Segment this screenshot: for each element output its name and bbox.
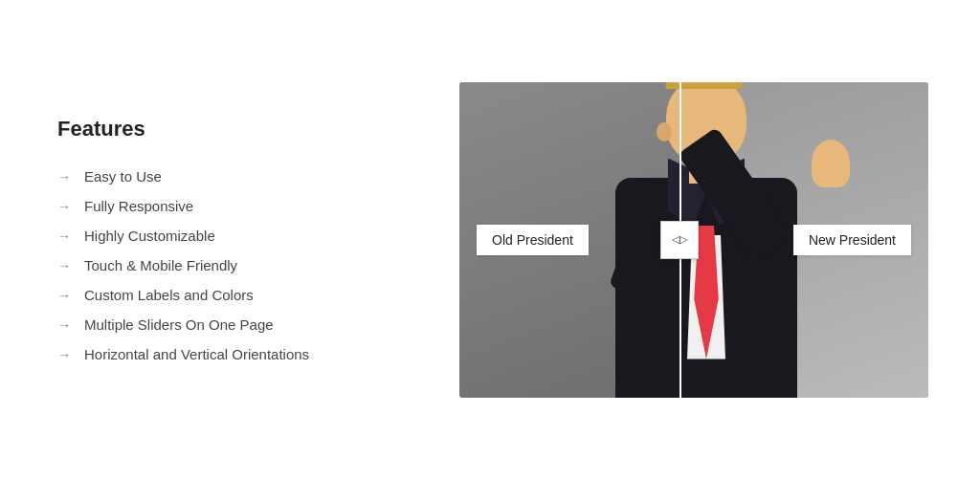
arrow-icon: → bbox=[57, 317, 71, 333]
old-president-text: Old President bbox=[492, 232, 573, 248]
feature-label: Multiple Sliders On One Page bbox=[84, 316, 274, 333]
list-item: → Touch & Mobile Friendly bbox=[57, 257, 402, 273]
features-panel: Features → Easy to Use → Fully Responsiv… bbox=[57, 98, 402, 381]
features-title: Features bbox=[57, 117, 402, 142]
label-new: New President bbox=[793, 225, 911, 255]
list-item: → Custom Labels and Colors bbox=[57, 287, 402, 303]
arrow-icon: → bbox=[57, 347, 71, 362]
list-item: → Easy to Use bbox=[57, 168, 402, 185]
arrow-icon: → bbox=[57, 229, 71, 244]
new-president-text: New President bbox=[809, 232, 896, 248]
before-after-slider[interactable]: ◁▷ Old President New President bbox=[459, 82, 928, 398]
feature-label: Easy to Use bbox=[84, 168, 162, 185]
feature-label: Horizontal and Vertical Orientations bbox=[84, 346, 309, 362]
list-item: → Horizontal and Vertical Orientations bbox=[57, 346, 402, 362]
handle-arrows-icon: ◁▷ bbox=[672, 233, 687, 246]
arrow-icon: → bbox=[57, 288, 71, 303]
slider-handle[interactable]: ◁▷ bbox=[660, 221, 699, 259]
feature-label: Highly Customizable bbox=[84, 228, 215, 244]
right-hand bbox=[812, 140, 850, 187]
list-item: → Fully Responsive bbox=[57, 198, 402, 214]
feature-list: → Easy to Use → Fully Responsive → Highl… bbox=[57, 168, 402, 362]
label-old: Old President bbox=[477, 225, 589, 255]
ear bbox=[657, 122, 672, 142]
arrow-icon: → bbox=[57, 258, 71, 273]
content-wrapper: Features → Easy to Use → Fully Responsiv… bbox=[57, 82, 923, 398]
list-item: → Multiple Sliders On One Page bbox=[57, 316, 402, 333]
arrow-icon: → bbox=[57, 169, 71, 185]
feature-label: Custom Labels and Colors bbox=[84, 287, 254, 303]
feature-label: Touch & Mobile Friendly bbox=[84, 257, 237, 273]
page-container: Features → Easy to Use → Fully Responsiv… bbox=[0, 0, 980, 479]
feature-label: Fully Responsive bbox=[84, 198, 193, 214]
list-item: → Highly Customizable bbox=[57, 228, 402, 244]
arrow-icon: → bbox=[57, 199, 71, 214]
